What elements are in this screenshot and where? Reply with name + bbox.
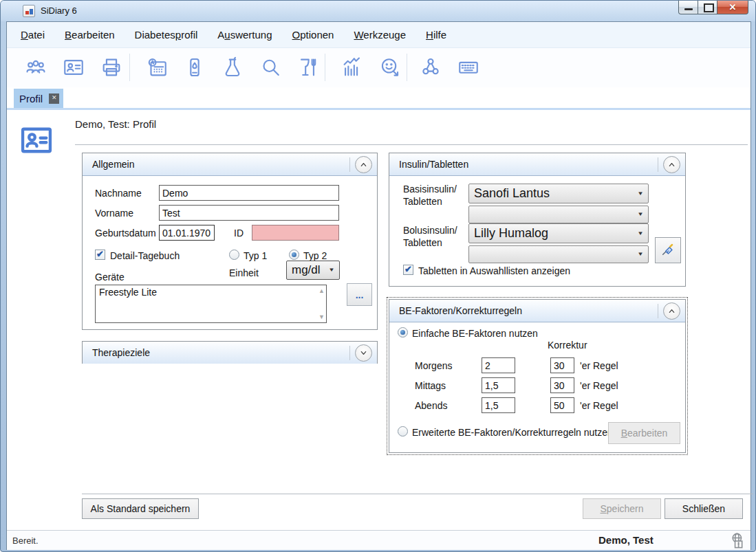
page-title: Demo, Test: Profil <box>75 118 156 130</box>
allgemein-group: Allgemein Nachname Vorname Geburtsdatum … <box>82 153 378 330</box>
therapieziele-group: Therapieziele <box>82 341 378 364</box>
status-bar: Bereit. Demo, Test <box>7 530 750 550</box>
be-faktoren-collapse-button[interactable] <box>663 302 680 320</box>
menu-diabetesprofil[interactable]: Diabetesprofil <box>135 29 198 41</box>
geraete-label: Geräte <box>95 272 125 283</box>
morgens-faktor-input[interactable] <box>482 357 515 373</box>
insulin-collapse-button[interactable] <box>663 156 680 173</box>
bearbeiten-button[interactable]: Bearbeiten <box>608 422 680 444</box>
chevron-down-icon <box>358 348 369 358</box>
toolbar-wellbeing-button[interactable] <box>378 56 402 80</box>
profile-page-icon <box>19 122 54 161</box>
id-input[interactable] <box>252 225 339 241</box>
chevron-up-icon <box>358 159 369 170</box>
menu-hilfe[interactable]: Hilfe <box>426 29 446 41</box>
flask-icon <box>221 56 244 79</box>
geraete-more-button[interactable]: ... <box>347 283 372 306</box>
toolbar-sync-button[interactable] <box>418 56 443 80</box>
geraete-list-item[interactable]: Freestyle Lite <box>96 285 326 299</box>
menu-werkzeuge[interactable]: Werkzeuge <box>354 29 406 41</box>
typ2-label: Typ 2 <box>303 250 327 261</box>
syringe-icon <box>660 242 676 257</box>
insulin-group: Insulin/Tabletten Basisinsulin/ Tablette… <box>389 153 686 287</box>
app-logo-icon <box>23 5 35 17</box>
mittags-korrektur-input[interactable] <box>550 377 574 393</box>
bolusinsulin-label-line1: Bolusinsulin/ <box>403 225 457 236</box>
keyboard-icon <box>457 56 480 79</box>
vorname-input[interactable] <box>159 205 339 221</box>
einfache-be-radio[interactable] <box>398 327 408 338</box>
morgens-korrektur-input[interactable] <box>550 357 574 373</box>
close-button[interactable] <box>717 1 748 14</box>
menu-optionen[interactable]: Optionen <box>292 29 334 41</box>
food-drink-icon <box>296 56 320 79</box>
basisinsulin-combo-2[interactable] <box>468 206 649 223</box>
mittags-faktor-input[interactable] <box>482 377 515 393</box>
toolbar-print-button[interactable] <box>99 56 124 80</box>
abends-korrektur-input[interactable] <box>550 397 574 413</box>
toolbar-profile-button[interactable] <box>61 56 86 80</box>
schliessen-button[interactable]: Schließen <box>665 498 743 519</box>
minimize-button[interactable] <box>678 1 698 14</box>
therapieziele-expand-button[interactable] <box>355 344 372 362</box>
nachname-input[interactable] <box>159 185 339 201</box>
glucose-meter-icon <box>183 56 206 79</box>
mittags-regel-label: 'er Regel <box>580 380 618 391</box>
calendar-icon <box>145 56 169 79</box>
toolbar-nutrition-button[interactable] <box>296 56 321 80</box>
tab-bar: Profil <box>7 87 750 110</box>
menu-auswertung[interactable]: Auswertung <box>217 29 272 41</box>
als-standard-button[interactable]: Als Standard speichern <box>82 498 199 519</box>
geraete-listbox[interactable]: Freestyle Lite <box>95 285 327 323</box>
online-status-icon <box>728 531 747 552</box>
abends-label: Abends <box>415 400 447 411</box>
app-window: SiDiary 6 Datei Bearbeiten Diabetesprofi… <box>0 0 756 552</box>
title-bar[interactable]: SiDiary 6 <box>1 1 755 21</box>
therapieziele-header: Therapieziele <box>83 342 377 364</box>
menu-bearbeiten[interactable]: Bearbeiten <box>65 29 115 41</box>
detail-tagebuch-checkbox[interactable] <box>95 250 105 260</box>
toolbar-separator <box>407 54 407 81</box>
einheit-combo[interactable]: mg/dl <box>286 261 340 280</box>
allgemein-collapse-button[interactable] <box>355 156 372 173</box>
typ2-radio[interactable] <box>289 250 299 260</box>
toolbar-keyboard-button[interactable] <box>456 56 481 80</box>
toolbar: Weiterempfehlen > <box>7 48 750 87</box>
scroll-down-icon[interactable] <box>318 313 325 320</box>
chevron-up-icon <box>667 306 677 316</box>
tabletten-anzeigen-checkbox[interactable] <box>403 265 413 275</box>
abends-regel-label: 'er Regel <box>580 400 618 411</box>
footer-divider <box>82 494 753 494</box>
bolusinsulin-combo[interactable]: Lilly Humalog <box>468 223 649 243</box>
tab-profil-label: Profil <box>19 93 43 104</box>
statistics-icon <box>341 56 364 79</box>
einheit-value: mg/dl <box>292 263 321 277</box>
toolbar-search-button[interactable] <box>258 56 283 80</box>
erweiterte-be-radio[interactable] <box>398 426 408 437</box>
speichern-button[interactable]: Speichern <box>583 498 661 519</box>
toolbar-separator <box>129 54 130 81</box>
toolbar-lab-button[interactable] <box>220 56 245 80</box>
tab-profil[interactable]: Profil <box>14 89 63 108</box>
morgens-label: Morgens <box>415 360 452 371</box>
smiley-export-icon <box>378 56 402 79</box>
nachname-label: Nachname <box>95 188 142 199</box>
client-area: Datei Bearbeiten Diabetesprofil Auswertu… <box>6 21 751 550</box>
geburtsdatum-input[interactable] <box>159 225 215 241</box>
bolusinsulin-combo-2[interactable] <box>468 245 649 263</box>
toolbar-statistics-button[interactable] <box>340 56 365 80</box>
id-card-icon <box>62 56 85 79</box>
status-text: Bereit. <box>12 536 39 546</box>
maximize-button[interactable] <box>698 1 717 14</box>
tab-close-icon[interactable] <box>49 93 59 104</box>
menu-datei[interactable]: Datei <box>21 29 45 41</box>
insulin-wizard-button[interactable] <box>655 237 681 263</box>
basisinsulin-combo[interactable]: Sanofi Lantus <box>468 184 649 203</box>
toolbar-meter-button[interactable] <box>182 56 207 80</box>
toolbar-patients-button[interactable] <box>23 56 48 80</box>
toolbar-diary-button[interactable] <box>144 56 169 80</box>
scroll-up-icon[interactable] <box>318 287 325 294</box>
abends-faktor-input[interactable] <box>482 397 515 413</box>
typ1-radio[interactable] <box>229 250 239 260</box>
mittags-label: Mittags <box>415 380 446 391</box>
